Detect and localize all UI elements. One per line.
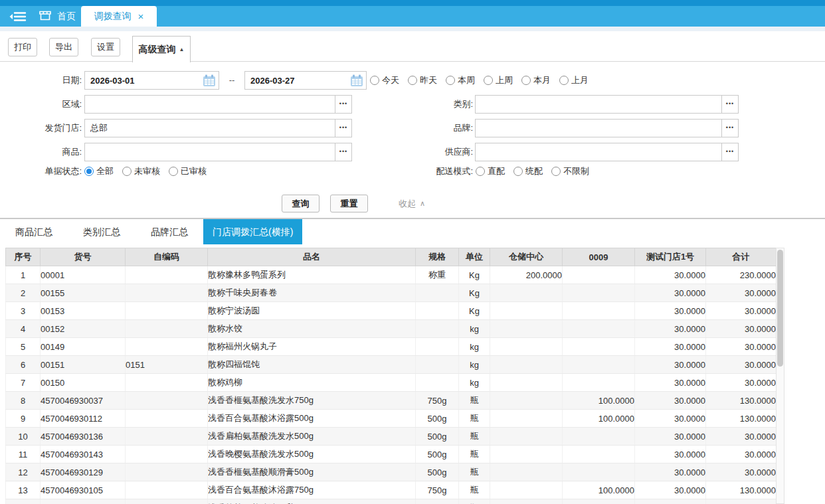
column-header-合计[interactable]: 合计	[706, 248, 777, 266]
collapse-panel-button[interactable]: 收起 ∧	[399, 195, 425, 212]
radio-circle[interactable]	[521, 76, 531, 85]
table-row[interactable]: 84570046930037浅香香榧氨基酸洗发水750g750g瓶100.000…	[6, 392, 777, 410]
settings-button[interactable]: 设置	[91, 38, 120, 56]
calendar-icon[interactable]	[350, 74, 363, 87]
ship-store-input[interactable]	[84, 119, 335, 137]
close-tab-icon[interactable]: ×	[138, 11, 144, 21]
radio-circle[interactable]	[169, 167, 178, 176]
date-from-input[interactable]	[85, 72, 219, 89]
radio-circle[interactable]	[370, 76, 379, 85]
column-header-货号[interactable]: 货号	[41, 248, 126, 266]
search-button[interactable]: 查询	[282, 195, 320, 212]
table-row[interactable]: 134570046930105浅香百合氨基酸沐浴露750g750g瓶100.00…	[6, 481, 777, 499]
column-header-序号[interactable]: 序号	[6, 248, 41, 266]
table-cell: 3	[6, 302, 41, 320]
category-input[interactable]	[475, 95, 722, 114]
radio-circle[interactable]	[84, 167, 94, 176]
table-cell: 00149	[41, 338, 126, 356]
date-from-field[interactable]	[84, 71, 219, 90]
radio-option-上周[interactable]: 上周	[484, 74, 513, 86]
radio-circle[interactable]	[513, 167, 523, 176]
table-cell: 30.0000	[635, 446, 706, 463]
calendar-icon[interactable]	[203, 74, 216, 87]
column-header-0009[interactable]: 0009	[563, 248, 635, 266]
radio-option-今天[interactable]: 今天	[370, 74, 399, 86]
radio-circle[interactable]	[476, 167, 485, 176]
table-row[interactable]: 500149散称福州火锅丸子kg30.000030.0000	[6, 338, 777, 356]
product-input[interactable]	[84, 143, 335, 161]
result-tab-类别汇总[interactable]: 类别汇总	[68, 219, 136, 244]
radio-option-统配[interactable]: 统配	[513, 165, 543, 177]
column-header-规格[interactable]: 规格	[416, 248, 459, 266]
table-row[interactable]: 300153散称宁波汤圆Kg30.000030.0000	[6, 302, 777, 320]
product-picker-button[interactable]: •••	[335, 143, 352, 161]
radio-circle[interactable]	[484, 76, 493, 85]
radio-circle[interactable]	[551, 167, 561, 176]
date-to-input[interactable]	[245, 72, 366, 89]
column-header-单位[interactable]: 单位	[459, 248, 490, 266]
table-cell: 30.0000	[635, 428, 706, 446]
supplier-input[interactable]	[475, 143, 722, 161]
radio-option-直配[interactable]: 直配	[476, 165, 505, 177]
radio-option-上月[interactable]: 上月	[559, 74, 589, 86]
result-tab-商品汇总[interactable]: 商品汇总	[0, 219, 68, 244]
tab-transfer-query[interactable]: 调拨查询 ×	[81, 6, 157, 27]
column-header-自编码[interactable]: 自编码	[126, 248, 208, 266]
table-row[interactable]: 6001510151散称四福馄饨kg30.000030.0000	[6, 356, 777, 374]
radio-circle[interactable]	[408, 76, 417, 85]
advanced-query-button[interactable]: 高级查询 ▲	[132, 36, 191, 62]
table-cell: 30.0000	[635, 410, 706, 428]
table-row[interactable]: 100001散称豫林多鸭蛋系列称重Kg200.000030.0000230.00…	[6, 266, 777, 284]
radio-option-本月[interactable]: 本月	[521, 74, 551, 86]
brand-picker-button[interactable]: •••	[721, 119, 739, 137]
table-cell: kg	[459, 338, 490, 356]
table-cell: 500g	[416, 428, 459, 446]
radio-label: 不限制	[563, 165, 589, 177]
column-header-品名[interactable]: 品名	[208, 248, 416, 266]
result-tab-品牌汇总[interactable]: 品牌汇总	[136, 219, 203, 244]
scrollbar-thumb[interactable]	[777, 250, 783, 367]
region-input[interactable]	[84, 95, 335, 114]
print-button[interactable]: 打印	[8, 38, 37, 56]
table-cell: 30.0000	[635, 284, 706, 302]
table-row[interactable]: 400152散称水饺kg30.000030.0000	[6, 320, 777, 338]
column-header-仓储中心[interactable]: 仓储中心	[490, 248, 563, 266]
category-picker-button[interactable]: •••	[721, 95, 739, 114]
table-row[interactable]: 144570046930150浅香茶麸氨基酸洗发乳750ml750ml瓶100.…	[6, 499, 777, 504]
radio-circle[interactable]	[122, 167, 132, 176]
table-scrollbar[interactable]	[776, 248, 784, 504]
radio-option-昨天[interactable]: 昨天	[408, 74, 437, 86]
radio-option-未审核[interactable]: 未审核	[122, 165, 160, 177]
ship-store-picker-button[interactable]: •••	[335, 119, 352, 137]
table-cell: 0151	[126, 356, 208, 374]
column-header-测试门店1号[interactable]: 测试门店1号	[635, 248, 706, 266]
result-tab-门店调拨汇总(横排)[interactable]: 门店调拨汇总(横排)	[203, 219, 302, 244]
supplier-picker-button[interactable]: •••	[721, 143, 739, 161]
table-cell: 500g	[416, 446, 459, 463]
region-picker-button[interactable]: •••	[335, 95, 352, 114]
tab-home[interactable]: 首页	[39, 6, 76, 27]
reset-button[interactable]: 重置	[330, 195, 368, 212]
table-cell: Kg	[459, 266, 490, 284]
table-cell: 14	[6, 499, 41, 504]
radio-option-不限制[interactable]: 不限制	[551, 165, 589, 177]
radio-option-全部[interactable]: 全部	[84, 165, 114, 177]
table-row[interactable]: 200155散称千味央厨春卷Kg30.000030.0000	[6, 284, 777, 302]
date-to-field[interactable]	[244, 71, 367, 90]
table-cell	[490, 446, 563, 463]
table-row[interactable]: 124570046930129浅香香榧氨基酸顺滑膏500g500g瓶30.000…	[6, 463, 777, 481]
brand-input[interactable]	[475, 119, 722, 137]
table-cell: 30.0000	[635, 320, 706, 338]
table-row[interactable]: 114570046930143浅香晚樱氨基酸洗发水500g500g瓶30.000…	[6, 446, 777, 463]
table-cell	[490, 302, 563, 320]
table-cell: 8	[6, 392, 41, 410]
export-button[interactable]: 导出	[49, 38, 78, 56]
table-row[interactable]: 700150散称鸡柳kg30.000030.0000	[6, 374, 777, 392]
radio-option-本周[interactable]: 本周	[446, 74, 475, 86]
table-row[interactable]: 94570046930112浅香百合氨基酸沐浴露500g500g瓶100.000…	[6, 410, 777, 428]
radio-circle[interactable]	[559, 76, 569, 85]
radio-option-已审核[interactable]: 已审核	[169, 165, 207, 177]
sidebar-collapse-icon[interactable]	[9, 11, 27, 25]
table-row[interactable]: 104570046930136浅香扁柏氨基酸洗发水500g500g瓶30.000…	[6, 428, 777, 446]
radio-circle[interactable]	[446, 76, 455, 85]
